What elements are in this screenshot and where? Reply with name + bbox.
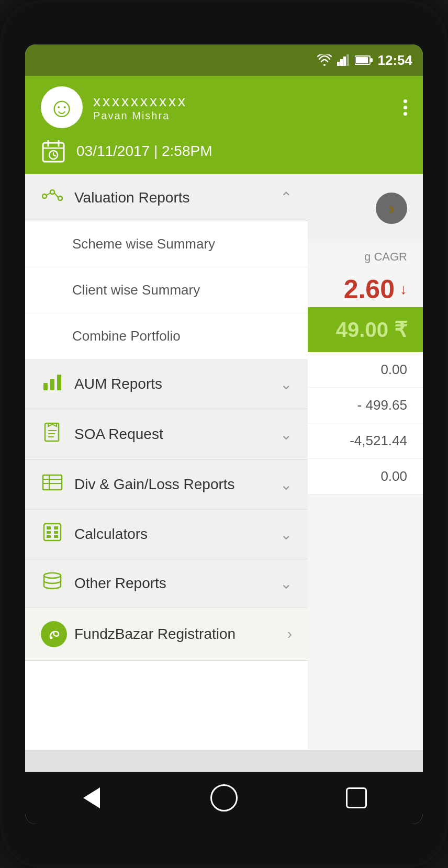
div-gain-section[interactable]: Div & Gain/Loss Reports ⌄ (25, 460, 308, 510)
svg-rect-2 (343, 57, 346, 66)
user-section: ☺ xxxxxxxxxx Pavan Mishra (41, 86, 187, 128)
avatar: ☺ (41, 86, 83, 128)
svg-point-16 (58, 196, 62, 200)
down-arrow-icon: ↓ (400, 281, 407, 298)
svg-rect-3 (346, 54, 349, 66)
fundzbazar-section[interactable]: FundzBazar Registration › (25, 608, 308, 661)
svg-line-18 (54, 193, 58, 197)
bg-row-1-value: 0.00 (380, 362, 407, 378)
svg-rect-20 (50, 379, 54, 390)
svg-point-39 (50, 637, 53, 639)
bg-row-3-value: -4,521.44 (350, 433, 407, 449)
datetime-text: 03/11/2017 | 2:58PM (76, 143, 212, 160)
other-reports-icon (41, 572, 64, 594)
signal-icon (337, 54, 350, 66)
cagr-number: 2.60 (344, 274, 395, 305)
calculators-label: Calculators (74, 526, 280, 543)
app-header: ☺ xxxxxxxxxx Pavan Mishra (25, 76, 423, 174)
other-reports-section[interactable]: Other Reports ⌄ (25, 559, 308, 608)
status-time: 12:54 (378, 52, 413, 69)
battery-icon (355, 54, 373, 66)
valuation-reports-chevron: ⌃ (280, 189, 292, 206)
svg-rect-1 (340, 59, 343, 66)
scheme-wise-summary-label: Scheme wise Summary (72, 236, 215, 252)
user-info: xxxxxxxxxx Pavan Mishra (93, 93, 187, 122)
datetime-icon (41, 139, 66, 164)
svg-rect-32 (54, 526, 58, 529)
div-gain-label: Div & Gain/Loss Reports (74, 476, 280, 493)
soa-request-chevron: ⌄ (280, 426, 292, 443)
svg-point-37 (44, 573, 61, 578)
aum-reports-label: AUM Reports (74, 376, 280, 392)
fundzbazar-logo (41, 621, 67, 647)
svg-point-14 (42, 194, 47, 198)
soa-request-section[interactable]: SOA Request ⌄ (25, 409, 308, 460)
recent-icon (346, 787, 367, 808)
fundzbazar-label: FundzBazar Registration (74, 626, 287, 642)
svg-rect-26 (43, 475, 62, 490)
fundzbazar-chevron: › (287, 626, 292, 642)
soa-request-icon (41, 422, 64, 446)
svg-rect-31 (47, 526, 51, 529)
valuation-reports-icon (41, 187, 64, 208)
calculators-icon (41, 523, 64, 546)
other-reports-label: Other Reports (74, 575, 280, 592)
bg-row-2-value: - 499.65 (357, 397, 407, 413)
phone-screen: 12:54 ☺ xxxxxxxxxx Pavan Mishra (25, 44, 423, 824)
client-wise-summary-item[interactable]: Client wise Summary (25, 267, 308, 313)
svg-rect-36 (54, 535, 58, 538)
username-masked: xxxxxxxxxx (93, 93, 187, 110)
svg-rect-19 (43, 383, 48, 390)
bg-row-4-value: 0.00 (380, 468, 407, 484)
div-gain-icon (41, 473, 64, 496)
side-drawer: Valuation Reports ⌃ Scheme wise Summary … (25, 174, 308, 750)
back-button[interactable] (76, 782, 107, 814)
svg-rect-33 (47, 531, 51, 534)
svg-rect-5 (356, 57, 368, 63)
header-top: ☺ xxxxxxxxxx Pavan Mishra (41, 86, 407, 128)
header-date: 03/11/2017 | 2:58PM (41, 139, 407, 164)
svg-rect-0 (337, 62, 340, 66)
scheme-wise-summary-item[interactable]: Scheme wise Summary (25, 221, 308, 267)
username-real: Pavan Mishra (93, 110, 187, 122)
home-button[interactable] (208, 782, 240, 814)
more-options-button[interactable] (404, 99, 407, 116)
person-icon: ☺ (48, 92, 75, 123)
svg-line-17 (47, 193, 50, 195)
svg-point-15 (50, 190, 54, 194)
svg-line-13 (53, 155, 55, 156)
combine-portfolio-item[interactable]: Combine Portfolio (25, 313, 308, 359)
calculators-chevron: ⌄ (280, 526, 292, 543)
soa-request-label: SOA Request (74, 426, 280, 443)
fundzbazar-icon (41, 621, 64, 647)
navigation-bar (25, 772, 423, 824)
other-reports-chevron: ⌄ (280, 575, 292, 592)
aum-reports-chevron: ⌄ (280, 376, 292, 393)
recent-button[interactable] (341, 782, 372, 814)
svg-rect-6 (371, 58, 373, 62)
aum-reports-section[interactable]: AUM Reports ⌄ (25, 359, 308, 409)
svg-rect-30 (44, 524, 61, 540)
svg-rect-35 (47, 535, 51, 538)
valuation-reports-label: Valuation Reports (74, 189, 280, 206)
svg-rect-21 (57, 375, 61, 390)
client-wise-summary-label: Client wise Summary (72, 282, 200, 298)
phone-shell: 12:54 ☺ xxxxxxxxxx Pavan Mishra (0, 0, 448, 868)
status-bar: 12:54 (25, 44, 423, 76)
calculators-section[interactable]: Calculators ⌄ (25, 510, 308, 559)
wifi-icon (317, 54, 332, 66)
aum-reports-icon (41, 373, 64, 396)
div-gain-chevron: ⌄ (280, 476, 292, 493)
home-icon (210, 784, 238, 811)
back-icon (83, 787, 100, 808)
combine-portfolio-label: Combine Portfolio (72, 328, 181, 344)
valuation-reports-section[interactable]: Valuation Reports ⌃ (25, 174, 308, 221)
main-content: › g CAGR 2.60 ↓ 49.00 ₹ 0.00 - 499.65 -4… (25, 174, 423, 750)
chevron-right-bg[interactable]: › (376, 193, 407, 224)
status-icons: 12:54 (317, 52, 413, 69)
svg-rect-34 (54, 531, 58, 534)
